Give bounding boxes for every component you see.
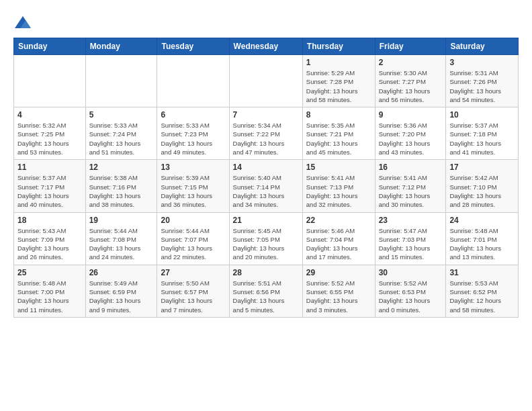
day-number: 30 [379, 268, 443, 277]
day-number: 12 [89, 163, 154, 172]
day-number: 18 [17, 216, 82, 225]
day-cell [14, 55, 86, 107]
header-day-thursday: Thursday [302, 38, 375, 55]
day-cell: 1Sunrise: 5:29 AM Sunset: 7:28 PM Daylig… [302, 55, 375, 107]
day-cell: 14Sunrise: 5:40 AM Sunset: 7:14 PM Dayli… [229, 160, 302, 212]
day-number: 11 [17, 163, 82, 172]
day-info: Sunrise: 5:51 AM Sunset: 6:56 PM Dayligh… [233, 279, 299, 314]
day-cell: 10Sunrise: 5:37 AM Sunset: 7:18 PM Dayli… [446, 107, 519, 160]
day-cell: 21Sunrise: 5:45 AM Sunset: 7:05 PM Dayli… [229, 212, 302, 265]
day-cell: 24Sunrise: 5:48 AM Sunset: 7:01 PM Dayli… [446, 212, 519, 265]
logo-icon [13, 13, 32, 32]
day-number: 28 [233, 268, 299, 277]
day-info: Sunrise: 5:36 AM Sunset: 7:20 PM Dayligh… [379, 121, 443, 156]
day-info: Sunrise: 5:46 AM Sunset: 7:04 PM Dayligh… [306, 226, 371, 262]
day-info: Sunrise: 5:41 AM Sunset: 7:12 PM Dayligh… [379, 173, 443, 209]
day-info: Sunrise: 5:38 AM Sunset: 7:16 PM Dayligh… [89, 173, 154, 209]
day-number: 21 [233, 216, 299, 225]
day-number: 13 [161, 163, 225, 172]
day-cell: 4Sunrise: 5:32 AM Sunset: 7:25 PM Daylig… [14, 107, 86, 160]
day-info: Sunrise: 5:34 AM Sunset: 7:22 PM Dayligh… [233, 121, 299, 156]
day-info: Sunrise: 5:48 AM Sunset: 7:00 PM Dayligh… [17, 279, 82, 314]
day-cell: 19Sunrise: 5:44 AM Sunset: 7:08 PM Dayli… [85, 212, 157, 265]
day-cell [229, 55, 302, 107]
day-cell: 3Sunrise: 5:31 AM Sunset: 7:26 PM Daylig… [446, 55, 519, 107]
day-info: Sunrise: 5:44 AM Sunset: 7:07 PM Dayligh… [161, 226, 225, 262]
day-number: 14 [233, 163, 299, 172]
header-day-wednesday: Wednesday [229, 38, 302, 55]
day-cell: 12Sunrise: 5:38 AM Sunset: 7:16 PM Dayli… [85, 160, 157, 212]
day-cell [157, 55, 229, 107]
day-cell: 23Sunrise: 5:47 AM Sunset: 7:03 PM Dayli… [375, 212, 446, 265]
day-cell: 30Sunrise: 5:52 AM Sunset: 6:53 PM Dayli… [375, 265, 446, 317]
day-number: 3 [449, 58, 515, 67]
day-info: Sunrise: 5:37 AM Sunset: 7:18 PM Dayligh… [449, 121, 515, 156]
day-cell: 29Sunrise: 5:52 AM Sunset: 6:55 PM Dayli… [302, 265, 375, 317]
day-cell: 9Sunrise: 5:36 AM Sunset: 7:20 PM Daylig… [375, 107, 446, 160]
day-number: 9 [379, 110, 443, 120]
day-info: Sunrise: 5:41 AM Sunset: 7:13 PM Dayligh… [306, 173, 371, 209]
day-cell: 7Sunrise: 5:34 AM Sunset: 7:22 PM Daylig… [229, 107, 302, 160]
day-number: 20 [161, 216, 225, 225]
day-number: 24 [449, 216, 515, 225]
day-info: Sunrise: 5:42 AM Sunset: 7:10 PM Dayligh… [449, 173, 515, 209]
day-number: 6 [161, 110, 225, 120]
day-cell: 15Sunrise: 5:41 AM Sunset: 7:13 PM Dayli… [302, 160, 375, 212]
day-number: 19 [89, 216, 154, 225]
day-info: Sunrise: 5:30 AM Sunset: 7:27 PM Dayligh… [379, 68, 443, 104]
header [13, 11, 519, 32]
day-number: 8 [306, 110, 371, 120]
header-day-monday: Monday [85, 38, 157, 55]
day-info: Sunrise: 5:31 AM Sunset: 7:26 PM Dayligh… [449, 68, 515, 104]
header-day-sunday: Sunday [14, 38, 86, 55]
day-cell: 27Sunrise: 5:50 AM Sunset: 6:57 PM Dayli… [157, 265, 229, 317]
day-info: Sunrise: 5:49 AM Sunset: 6:59 PM Dayligh… [89, 279, 154, 314]
day-info: Sunrise: 5:33 AM Sunset: 7:24 PM Dayligh… [89, 121, 154, 156]
day-cell: 6Sunrise: 5:33 AM Sunset: 7:23 PM Daylig… [157, 107, 229, 160]
day-info: Sunrise: 5:45 AM Sunset: 7:05 PM Dayligh… [233, 226, 299, 262]
calendar-table: SundayMondayTuesdayWednesdayThursdayFrid… [13, 38, 519, 318]
day-info: Sunrise: 5:37 AM Sunset: 7:17 PM Dayligh… [17, 173, 82, 209]
week-row-1: 1Sunrise: 5:29 AM Sunset: 7:28 PM Daylig… [14, 55, 519, 107]
day-info: Sunrise: 5:43 AM Sunset: 7:09 PM Dayligh… [17, 226, 82, 262]
day-number: 26 [89, 268, 154, 277]
day-cell: 26Sunrise: 5:49 AM Sunset: 6:59 PM Dayli… [85, 265, 157, 317]
day-cell: 17Sunrise: 5:42 AM Sunset: 7:10 PM Dayli… [446, 160, 519, 212]
day-info: Sunrise: 5:29 AM Sunset: 7:28 PM Dayligh… [306, 68, 371, 104]
header-day-friday: Friday [375, 38, 446, 55]
day-number: 4 [17, 110, 82, 120]
day-cell: 8Sunrise: 5:35 AM Sunset: 7:21 PM Daylig… [302, 107, 375, 160]
day-cell: 11Sunrise: 5:37 AM Sunset: 7:17 PM Dayli… [14, 160, 86, 212]
day-info: Sunrise: 5:52 AM Sunset: 6:55 PM Dayligh… [306, 279, 371, 314]
day-info: Sunrise: 5:33 AM Sunset: 7:23 PM Dayligh… [161, 121, 225, 156]
day-cell: 18Sunrise: 5:43 AM Sunset: 7:09 PM Dayli… [14, 212, 86, 265]
day-info: Sunrise: 5:40 AM Sunset: 7:14 PM Dayligh… [233, 173, 299, 209]
day-cell [85, 55, 157, 107]
day-info: Sunrise: 5:39 AM Sunset: 7:15 PM Dayligh… [161, 173, 225, 209]
day-number: 23 [379, 216, 443, 225]
day-number: 5 [89, 110, 154, 120]
day-number: 27 [161, 268, 225, 277]
day-info: Sunrise: 5:48 AM Sunset: 7:01 PM Dayligh… [449, 226, 515, 262]
week-row-2: 4Sunrise: 5:32 AM Sunset: 7:25 PM Daylig… [14, 107, 519, 160]
day-info: Sunrise: 5:47 AM Sunset: 7:03 PM Dayligh… [379, 226, 443, 262]
header-day-tuesday: Tuesday [157, 38, 229, 55]
day-info: Sunrise: 5:35 AM Sunset: 7:21 PM Dayligh… [306, 121, 371, 156]
day-cell: 22Sunrise: 5:46 AM Sunset: 7:04 PM Dayli… [302, 212, 375, 265]
week-row-3: 11Sunrise: 5:37 AM Sunset: 7:17 PM Dayli… [14, 160, 519, 212]
day-info: Sunrise: 5:44 AM Sunset: 7:08 PM Dayligh… [89, 226, 154, 262]
week-row-4: 18Sunrise: 5:43 AM Sunset: 7:09 PM Dayli… [14, 212, 519, 265]
day-cell: 2Sunrise: 5:30 AM Sunset: 7:27 PM Daylig… [375, 55, 446, 107]
day-number: 22 [306, 216, 371, 225]
week-row-5: 25Sunrise: 5:48 AM Sunset: 7:00 PM Dayli… [14, 265, 519, 317]
day-info: Sunrise: 5:53 AM Sunset: 6:52 PM Dayligh… [449, 279, 515, 314]
day-number: 16 [379, 163, 443, 172]
day-number: 7 [233, 110, 299, 120]
day-cell: 25Sunrise: 5:48 AM Sunset: 7:00 PM Dayli… [14, 265, 86, 317]
day-info: Sunrise: 5:52 AM Sunset: 6:53 PM Dayligh… [379, 279, 443, 314]
day-cell: 16Sunrise: 5:41 AM Sunset: 7:12 PM Dayli… [375, 160, 446, 212]
header-day-saturday: Saturday [446, 38, 519, 55]
day-cell: 5Sunrise: 5:33 AM Sunset: 7:24 PM Daylig… [85, 107, 157, 160]
day-cell: 20Sunrise: 5:44 AM Sunset: 7:07 PM Dayli… [157, 212, 229, 265]
day-cell: 31Sunrise: 5:53 AM Sunset: 6:52 PM Dayli… [446, 265, 519, 317]
